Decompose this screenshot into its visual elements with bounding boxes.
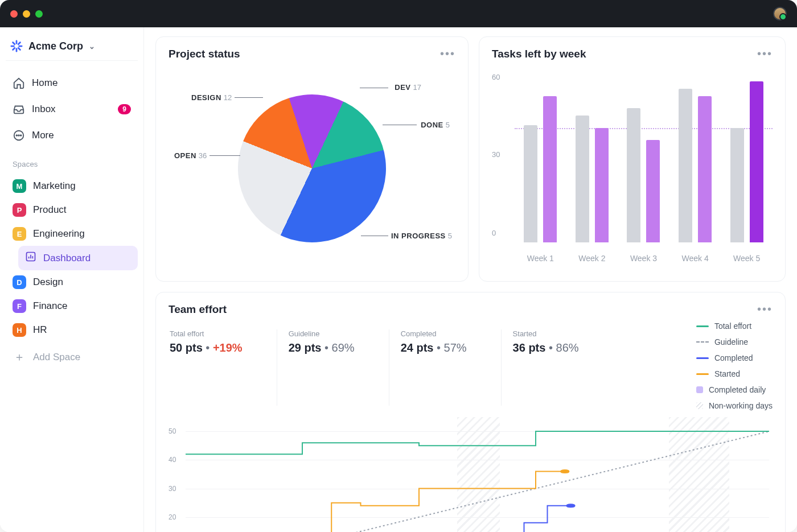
space-label: Product xyxy=(33,204,67,216)
svg-line-7 xyxy=(18,43,20,44)
pie-label-dev: DEV17 xyxy=(395,83,421,92)
bar-xlabel: Week 2 xyxy=(578,254,605,263)
bar xyxy=(627,108,640,242)
card-menu-tasks-left[interactable]: ••• xyxy=(757,47,773,60)
bar-group xyxy=(727,81,767,242)
space-item-design[interactable]: DDesign xyxy=(6,270,138,294)
pie-graphic xyxy=(219,75,405,262)
stat-value: 29 pts • 69% xyxy=(289,341,355,354)
stat-started: Started36 pts • 86% xyxy=(501,329,579,406)
main-content: Project status ••• DEV17 DONE5 IN PROGRE… xyxy=(144,27,797,532)
titlebar xyxy=(0,0,797,27)
space-item-hr[interactable]: HHR xyxy=(6,318,138,342)
plus-icon: ＋ xyxy=(13,349,26,365)
card-title-team-effort: Team effort xyxy=(169,303,227,316)
dashboard-label: Dashboard xyxy=(43,253,91,264)
stat-label: Started xyxy=(513,329,579,338)
space-badge-icon: F xyxy=(13,299,26,313)
space-badge-icon: E xyxy=(13,227,26,241)
svg-point-9 xyxy=(16,135,17,136)
nav-home-label: Home xyxy=(32,77,57,89)
sidebar-item-dashboard[interactable]: Dashboard xyxy=(18,246,138,270)
effort-ytick: 40 xyxy=(169,456,176,464)
pie-label-design: DESIGN12 xyxy=(191,93,232,102)
bar xyxy=(543,96,557,242)
legend-guideline: Guideline xyxy=(696,337,773,347)
space-label: Design xyxy=(33,277,63,288)
bar-xlabel: Week 4 xyxy=(681,254,708,263)
card-menu-team-effort[interactable]: ••• xyxy=(757,303,773,316)
stat-label: Guideline xyxy=(289,329,355,338)
pie-label-inprogress: IN PROGRESS5 xyxy=(391,232,452,240)
spaces-section-label: Spaces xyxy=(6,150,138,172)
bar xyxy=(646,140,660,242)
card-title-project-status: Project status xyxy=(169,48,240,60)
space-item-product[interactable]: PProduct xyxy=(6,198,138,222)
more-icon xyxy=(13,129,25,142)
workspace-switcher[interactable]: Acme Corp ⌄ xyxy=(6,36,138,61)
user-avatar[interactable] xyxy=(773,7,787,20)
stat-value: 50 pts • +19% xyxy=(170,341,243,354)
space-label: Finance xyxy=(33,300,67,312)
legend-non-working: Non-working days xyxy=(696,401,773,410)
nav-home[interactable]: Home xyxy=(6,71,138,95)
space-item-engineering[interactable]: EEngineering xyxy=(6,222,138,246)
team-effort-stats: Total effort50 pts • +19%Guideline29 pts… xyxy=(169,321,580,410)
space-label: HR xyxy=(33,324,47,336)
bar-chart: 60 30 0 Week 1Week 2Week 3Week 4Week 5 xyxy=(492,66,773,271)
window-controls xyxy=(10,10,43,18)
svg-line-6 xyxy=(13,48,15,50)
bar-ytick-60: 60 xyxy=(492,73,500,81)
bar-ytick-30: 30 xyxy=(492,150,500,159)
space-badge-icon: H xyxy=(13,323,26,337)
space-item-marketing[interactable]: MMarketing xyxy=(6,174,138,198)
bar-ytick-0: 0 xyxy=(492,229,496,237)
sidebar: Acme Corp ⌄ Home Inbox 9 More xyxy=(0,27,144,532)
team-effort-chart: 20304050 xyxy=(169,417,773,532)
inbox-badge: 9 xyxy=(118,104,131,114)
svg-line-5 xyxy=(18,48,20,50)
effort-ytick: 50 xyxy=(169,427,176,435)
stat-value: 36 pts • 86% xyxy=(513,341,579,354)
card-menu-project-status[interactable]: ••• xyxy=(440,47,455,60)
svg-point-11 xyxy=(20,135,22,136)
bar-xlabel: Week 5 xyxy=(733,254,760,263)
card-team-effort: Team effort ••• Total effort50 pts • +19… xyxy=(155,292,786,532)
bar-xlabels: Week 1Week 2Week 3Week 4Week 5 xyxy=(515,254,773,263)
bar-groups xyxy=(515,72,773,242)
chevron-down-icon: ⌄ xyxy=(89,42,95,51)
minimize-window-icon[interactable] xyxy=(23,10,30,18)
space-badge-icon: M xyxy=(13,179,26,193)
maximize-window-icon[interactable] xyxy=(35,10,43,18)
space-item-finance[interactable]: FFinance xyxy=(6,294,138,318)
nav-inbox[interactable]: Inbox 9 xyxy=(6,97,138,121)
nav-inbox-label: Inbox xyxy=(32,104,56,115)
add-space-label: Add Space xyxy=(33,352,80,363)
space-label: Marketing xyxy=(33,180,76,192)
workspace-name: Acme Corp xyxy=(28,40,83,52)
stat-completed: Completed24 pts • 57% xyxy=(389,329,467,406)
home-icon xyxy=(13,77,25,89)
add-space-button[interactable]: ＋ Add Space xyxy=(6,344,138,370)
legend-completed-daily: Completed daily xyxy=(696,385,773,394)
bar xyxy=(524,125,537,242)
legend-completed: Completed xyxy=(696,353,773,362)
close-window-icon[interactable] xyxy=(10,10,18,18)
bar-xlabel: Week 1 xyxy=(527,254,554,263)
svg-point-10 xyxy=(18,135,19,136)
stat-label: Completed xyxy=(401,329,467,338)
stat-label: Total effort xyxy=(170,329,243,338)
nav-more[interactable]: More xyxy=(6,123,138,147)
card-title-tasks-left: Tasks left by week xyxy=(492,48,586,60)
pie-label-open: OPEN36 xyxy=(174,151,207,160)
bar xyxy=(679,89,692,242)
legend-started: Started xyxy=(696,369,773,378)
space-badge-icon: P xyxy=(13,203,26,217)
card-tasks-left: Tasks left by week ••• 60 30 0 Week 1Wee… xyxy=(479,36,786,282)
legend-total: Total effort xyxy=(696,321,773,331)
space-label: Engineering xyxy=(33,228,85,240)
card-project-status: Project status ••• DEV17 DONE5 IN PROGRE… xyxy=(155,36,469,282)
inbox-icon xyxy=(13,103,25,116)
bar xyxy=(730,128,744,242)
bar xyxy=(576,116,589,242)
